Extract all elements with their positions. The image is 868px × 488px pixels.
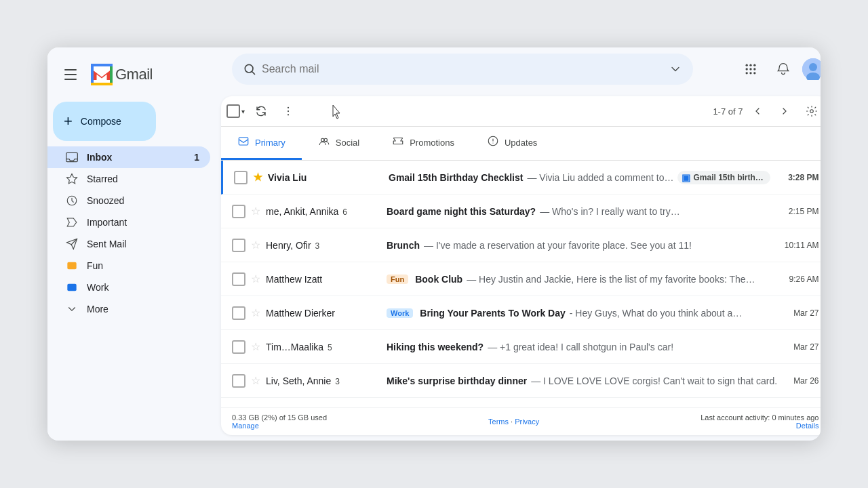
email-row[interactable]: ☆ me, Ankit, Annika 6 Board game night t… (221, 195, 821, 228)
email-snippet: — I've made a reservation at your favori… (424, 240, 692, 251)
email-star[interactable]: ☆ (251, 340, 260, 353)
privacy-link[interactable]: Privacy (515, 418, 539, 426)
work-label: Work (87, 282, 199, 293)
tab-primary[interactable]: Primary (221, 127, 302, 160)
select-all-checkbox[interactable] (226, 104, 240, 118)
email-subject: Hiking this weekend? (387, 342, 484, 352)
email-checkbox[interactable] (232, 205, 245, 218)
sidebar-item-more[interactable]: More (47, 298, 210, 320)
fun-label-icon (65, 259, 79, 272)
settings-button[interactable] (800, 99, 821, 123)
sidebar-item-important[interactable]: Important (47, 211, 210, 233)
tab-primary-label: Primary (255, 138, 285, 148)
svg-point-13 (746, 68, 748, 70)
email-checkbox[interactable] (232, 239, 245, 252)
footer-separator: · (511, 418, 513, 426)
search-input[interactable] (262, 63, 663, 75)
email-row[interactable]: ☆ Henry, Ofir 3 Brunch — I've made a res… (221, 228, 821, 262)
email-body: Gmail 15th Birthday Checklist — Vivia Li… (389, 171, 772, 184)
email-subject: Book Club (415, 274, 462, 285)
sidebar-item-starred[interactable]: Starred (47, 168, 210, 190)
email-snippet: — I LOVE LOVE LOVE corgis! Can't wait to… (531, 375, 777, 386)
terms-link[interactable]: Terms (488, 418, 509, 426)
email-body: Hiking this weekend? — +1 great idea! I … (387, 342, 777, 352)
email-sender: Henry, Ofir 3 (266, 240, 381, 251)
work-label-icon (65, 281, 79, 294)
details-link[interactable]: Details (796, 422, 819, 430)
email-checkbox[interactable] (232, 306, 245, 320)
email-star[interactable]: ☆ (251, 272, 260, 285)
email-star[interactable]: ☆ (251, 306, 260, 319)
email-snippet: — Vivia Liu added a comment to… (527, 172, 673, 183)
email-time: Mar 26 (793, 376, 818, 386)
sent-label: Sent Mail (87, 239, 199, 249)
hamburger-button[interactable] (58, 62, 83, 87)
tab-social[interactable]: Social (302, 127, 376, 160)
svg-point-10 (746, 64, 748, 66)
email-row[interactable]: ☆ Matthew Dierker Work Bring Your Parent… (221, 296, 821, 330)
sidebar-item-snoozed[interactable]: Snoozed (47, 190, 210, 211)
more-chevron-icon (65, 302, 79, 316)
svg-marker-5 (67, 174, 77, 184)
sidebar-item-sent[interactable]: Sent Mail (47, 233, 210, 255)
svg-point-22 (288, 107, 289, 108)
email-body: Work Bring Your Parents To Work Day - He… (387, 308, 777, 319)
avatar[interactable] (802, 58, 821, 80)
sidebar-item-work[interactable]: Work (47, 277, 210, 298)
footer-right: Last account activity: 0 minutes ago Det… (701, 413, 818, 430)
refresh-button[interactable] (249, 99, 273, 123)
search-bar[interactable] (232, 54, 693, 85)
email-sender: me, Ankit, Annika 6 (266, 206, 381, 217)
starred-label: Starred (87, 174, 199, 184)
compose-button[interactable]: + Compose (53, 102, 156, 141)
search-dropdown-icon[interactable] (669, 62, 682, 76)
select-dropdown-icon[interactable]: ▾ (240, 106, 246, 117)
work-tag: Work (387, 308, 413, 318)
svg-point-12 (754, 64, 756, 66)
email-star[interactable]: ★ (253, 171, 262, 184)
tab-updates-label: Updates (505, 138, 537, 148)
email-row[interactable]: ☆ Liv, Seth, Annie 3 Mike's surprise bir… (221, 364, 821, 398)
snoozed-label: Snoozed (87, 195, 199, 206)
updates-tab-icon (487, 135, 499, 150)
email-checkbox[interactable] (234, 171, 248, 184)
email-star[interactable]: ☆ (251, 374, 260, 387)
next-page-button[interactable] (772, 99, 797, 123)
more-label: More (87, 304, 199, 314)
prev-page-button[interactable] (745, 99, 770, 123)
footer: 0.33 GB (2%) of 15 GB used Manage Terms … (221, 407, 821, 435)
sidebar-item-inbox[interactable]: Inbox 1 (47, 146, 210, 168)
gmail-m-icon (91, 64, 113, 85)
email-snippet: — +1 great idea! I call shotgun in Paul'… (488, 342, 673, 352)
email-body: Mike's surprise birthday dinner — I LOVE… (387, 375, 777, 386)
email-checkbox[interactable] (232, 272, 245, 286)
compose-plus-icon: + (64, 113, 73, 130)
email-star[interactable]: ☆ (251, 205, 260, 218)
gmail-logo: Gmail (91, 64, 153, 85)
email-checkbox[interactable] (232, 374, 245, 388)
email-row[interactable]: ☆ Tim…Maalika 5 Hiking this weekend? — +… (221, 330, 821, 364)
email-checkbox[interactable] (232, 340, 245, 354)
more-options-button[interactable] (276, 99, 300, 123)
notifications-button[interactable] (770, 56, 797, 83)
email-snippet: - Hey Guys, What do you think about a… (570, 308, 742, 319)
email-time: 3:28 PM (788, 173, 818, 182)
inbox-label: Inbox (87, 152, 186, 163)
inbox-badge: 1 (194, 152, 199, 163)
apps-button[interactable] (737, 56, 764, 83)
svg-point-9 (245, 64, 253, 73)
svg-point-24 (288, 114, 289, 115)
main-area: ▾ (221, 47, 821, 441)
svg-point-28 (324, 138, 328, 142)
compose-label: Compose (81, 116, 121, 127)
email-star[interactable]: ☆ (251, 239, 260, 251)
fun-label: Fun (87, 260, 199, 271)
tab-promotions[interactable]: Promotions (376, 127, 471, 160)
email-count: 5 (328, 343, 332, 352)
email-row[interactable]: ☆ Matthew Izatt Fun Book Club — Hey Just… (221, 262, 821, 296)
email-time: 10:11 AM (785, 241, 819, 250)
email-row[interactable]: ★ Vivia Liu Gmail 15th Birthday Checklis… (221, 161, 821, 195)
manage-link[interactable]: Manage (232, 422, 259, 430)
tab-updates[interactable]: Updates (471, 127, 553, 160)
sidebar-item-fun[interactable]: Fun (47, 255, 210, 277)
